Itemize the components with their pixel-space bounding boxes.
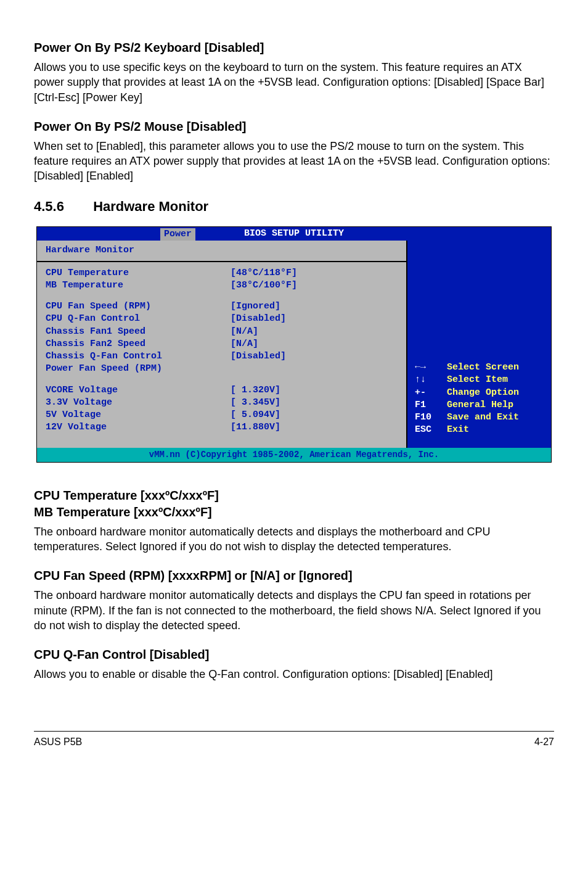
bios-fields: CPU Temperature[48°C/118°F] MB Temperatu… bbox=[37, 262, 406, 448]
bios-row: Chassis Q-Fan Control[Disabled] bbox=[46, 350, 398, 363]
bios-field-label[interactable]: Chassis Q-Fan Control bbox=[46, 350, 231, 363]
bios-legend: ←→Select Screen ↑↓Select Item +-Change O… bbox=[415, 361, 544, 437]
bios-field-value[interactable]: [38°C/100°F] bbox=[231, 279, 297, 292]
legend-row: +-Change Option bbox=[415, 387, 544, 399]
bios-field-label[interactable]: 5V Voltage bbox=[46, 409, 231, 421]
bios-field-value[interactable]: [11.880V] bbox=[231, 421, 280, 434]
heading-fan-speed: CPU Fan Speed (RPM) [xxxxRPM] or [N/A] o… bbox=[34, 567, 554, 584]
legend-row: ESCExit bbox=[415, 424, 544, 436]
bios-top-title: BIOS SETUP UTILITY bbox=[244, 228, 344, 239]
heading-temps: CPU Temperature [xxxºC/xxxºF] MB Tempera… bbox=[34, 487, 554, 521]
legend-row: F1General Help bbox=[415, 399, 544, 411]
bios-field-value[interactable]: [Ignored] bbox=[231, 300, 280, 313]
footer-left: ASUS P5B bbox=[34, 735, 82, 749]
legend-key: ESC bbox=[415, 424, 447, 436]
bios-field-value[interactable]: [ 1.320V] bbox=[231, 384, 280, 397]
legend-key: F1 bbox=[415, 399, 447, 411]
bios-row: 5V Voltage[ 5.094V] bbox=[46, 409, 398, 421]
bios-row: MB Temperature[38°C/100°F] bbox=[46, 279, 398, 292]
footer-right: 4-27 bbox=[534, 735, 554, 749]
bios-field-value[interactable]: [ 3.345V] bbox=[231, 397, 280, 409]
bios-tab-power[interactable]: Power bbox=[160, 228, 195, 241]
bios-panel-title: Hardware Monitor bbox=[37, 241, 406, 262]
bios-row: CPU Fan Speed (RPM)[Ignored] bbox=[46, 300, 398, 313]
bios-screenshot: BIOS SETUP UTILITY Power Hardware Monito… bbox=[36, 226, 552, 462]
heading-qfan: CPU Q-Fan Control [Disabled] bbox=[34, 646, 554, 663]
para-power-mouse: When set to [Enabled], this parameter al… bbox=[34, 139, 554, 184]
bios-row: 3.3V Voltage[ 3.345V] bbox=[46, 397, 398, 409]
bios-field-label[interactable]: MB Temperature bbox=[46, 279, 231, 292]
bios-left-pane: Hardware Monitor CPU Temperature[48°C/11… bbox=[37, 241, 406, 447]
bios-field-value[interactable]: [ 5.094V] bbox=[231, 409, 280, 421]
legend-key: ←→ bbox=[415, 361, 447, 374]
heading-mb-temp: MB Temperature [xxxºC/xxxºF] bbox=[34, 504, 554, 521]
legend-desc: General Help bbox=[447, 399, 513, 411]
bios-field-value[interactable]: [48°C/118°F] bbox=[231, 267, 297, 279]
legend-key: +- bbox=[415, 387, 447, 399]
bios-row: Power Fan Speed (RPM) bbox=[46, 363, 398, 375]
legend-row: ↑↓Select Item bbox=[415, 374, 544, 386]
legend-key: ↑↓ bbox=[415, 374, 447, 386]
bios-row: CPU Temperature[48°C/118°F] bbox=[46, 267, 398, 279]
legend-key: F10 bbox=[415, 411, 447, 424]
legend-desc: Select Screen bbox=[447, 361, 519, 374]
para-power-keyboard: Allows you to use specific keys on the k… bbox=[34, 60, 554, 105]
heading-power-keyboard: Power On By PS/2 Keyboard [Disabled] bbox=[34, 39, 554, 56]
legend-desc: Save and Exit bbox=[447, 411, 519, 424]
bios-field-label[interactable]: CPU Q-Fan Control bbox=[46, 313, 231, 325]
bios-field-label[interactable]: CPU Temperature bbox=[46, 267, 231, 279]
heading-cpu-temp: CPU Temperature [xxxºC/xxxºF] bbox=[34, 487, 554, 504]
bios-field-label[interactable]: Power Fan Speed (RPM) bbox=[46, 363, 231, 375]
heading-hwmon-title: Hardware Monitor bbox=[93, 199, 208, 214]
bios-field-label[interactable]: Chassis Fan2 Speed bbox=[46, 338, 231, 350]
para-fan-speed: The onboard hardware monitor automatical… bbox=[34, 588, 554, 633]
heading-power-mouse: Power On By PS/2 Mouse [Disabled] bbox=[34, 118, 554, 135]
bios-field-label[interactable]: Chassis Fan1 Speed bbox=[46, 326, 231, 338]
bios-field-label[interactable]: VCORE Voltage bbox=[46, 384, 231, 397]
bios-row: CPU Q-Fan Control[Disabled] bbox=[46, 313, 398, 325]
bios-row: 12V Voltage[11.880V] bbox=[46, 421, 398, 434]
bios-field-value[interactable]: [Disabled] bbox=[231, 350, 286, 363]
bios-row: Chassis Fan1 Speed[N/A] bbox=[46, 326, 398, 338]
bios-field-label[interactable]: 12V Voltage bbox=[46, 421, 231, 434]
bios-field-label[interactable]: CPU Fan Speed (RPM) bbox=[46, 300, 231, 313]
bios-row: VCORE Voltage[ 1.320V] bbox=[46, 384, 398, 397]
bios-field-value[interactable]: [Disabled] bbox=[231, 313, 286, 325]
bios-field-value[interactable]: [N/A] bbox=[231, 326, 258, 338]
bios-help-pane: ←→Select Screen ↑↓Select Item +-Change O… bbox=[406, 241, 551, 447]
bios-field-label[interactable]: 3.3V Voltage bbox=[46, 397, 231, 409]
bios-topbar: BIOS SETUP UTILITY Power bbox=[37, 227, 551, 241]
page-footer: ASUS P5B 4-27 bbox=[34, 731, 554, 749]
heading-hwmon: 4.5.6 Hardware Monitor bbox=[34, 197, 554, 216]
legend-desc: Exit bbox=[447, 424, 469, 436]
legend-row: F10Save and Exit bbox=[415, 411, 544, 424]
heading-hwmon-number: 4.5.6 bbox=[34, 197, 89, 216]
legend-desc: Change Option bbox=[447, 387, 519, 399]
para-qfan: Allows you to enable or disable the Q-Fa… bbox=[34, 667, 554, 682]
legend-row: ←→Select Screen bbox=[415, 361, 544, 374]
bios-copyright-bar: vMM.nn (C)Copyright 1985-2002, American … bbox=[37, 448, 551, 462]
para-temps: The onboard hardware monitor automatical… bbox=[34, 524, 554, 555]
bios-field-value[interactable]: [N/A] bbox=[231, 338, 258, 350]
legend-desc: Select Item bbox=[447, 374, 508, 386]
bios-row: Chassis Fan2 Speed[N/A] bbox=[46, 338, 398, 350]
